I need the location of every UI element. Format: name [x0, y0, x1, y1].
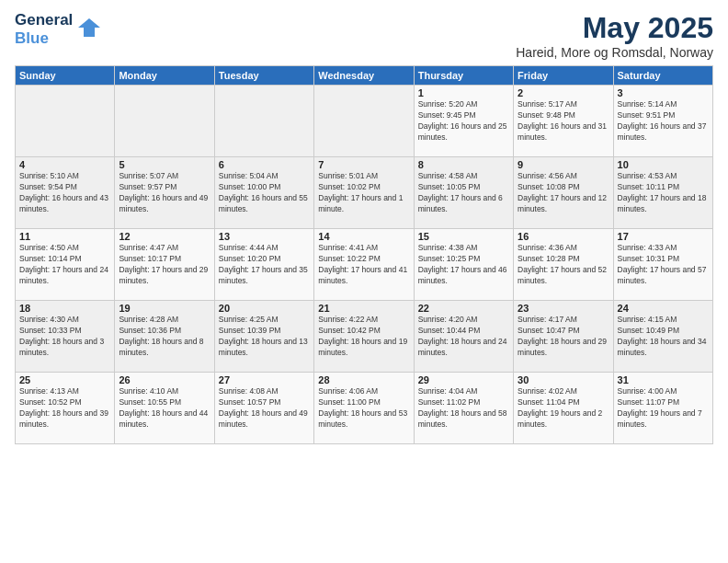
table-row: 21 Sunrise: 4:22 AM Sunset: 10:42 PM Day…	[314, 301, 414, 373]
svg-marker-0	[78, 18, 100, 37]
sunset: Sunset: 11:04 PM	[518, 397, 609, 408]
daylight: Daylight: 18 hours and 49 minutes.	[219, 408, 310, 431]
day-number: 14	[318, 231, 409, 242]
logo-blue: Blue	[15, 29, 73, 48]
day-number: 24	[618, 303, 709, 314]
table-row: 8 Sunrise: 4:58 AM Sunset: 10:05 PM Dayl…	[414, 157, 513, 229]
day-number: 23	[518, 303, 609, 314]
sunset: Sunset: 10:17 PM	[119, 254, 210, 265]
sunset: Sunset: 9:45 PM	[418, 110, 509, 121]
table-row: 10 Sunrise: 4:53 AM Sunset: 10:11 PM Day…	[613, 157, 712, 229]
day-info: Sunrise: 5:07 AM Sunset: 9:57 PM Dayligh…	[119, 171, 210, 215]
sunrise: Sunrise: 4:28 AM	[119, 315, 210, 326]
table-row	[16, 86, 115, 157]
day-info: Sunrise: 4:41 AM Sunset: 10:22 PM Daylig…	[318, 243, 409, 287]
sunrise: Sunrise: 5:04 AM	[219, 171, 310, 182]
daylight: Daylight: 17 hours and 46 minutes.	[418, 265, 509, 287]
day-number: 16	[518, 231, 609, 242]
day-number: 18	[19, 303, 110, 314]
sunrise: Sunrise: 4:08 AM	[219, 386, 310, 397]
sunrise: Sunrise: 4:20 AM	[418, 315, 509, 326]
daylight: Daylight: 16 hours and 55 minutes.	[219, 193, 310, 215]
daylight: Daylight: 16 hours and 31 minutes.	[518, 121, 609, 144]
day-number: 5	[119, 159, 210, 170]
day-info: Sunrise: 5:10 AM Sunset: 9:54 PM Dayligh…	[19, 171, 110, 215]
daylight: Daylight: 17 hours and 24 minutes.	[19, 265, 110, 287]
day-info: Sunrise: 4:56 AM Sunset: 10:08 PM Daylig…	[518, 171, 609, 215]
sunrise: Sunrise: 4:50 AM	[19, 243, 110, 254]
daylight: Daylight: 18 hours and 34 minutes.	[618, 337, 709, 359]
daylight: Daylight: 18 hours and 19 minutes.	[318, 337, 409, 359]
sunset: Sunset: 10:08 PM	[518, 182, 609, 193]
table-row: 31 Sunrise: 4:00 AM Sunset: 11:07 PM Day…	[613, 373, 712, 444]
sunrise: Sunrise: 4:10 AM	[119, 386, 210, 397]
sunrise: Sunrise: 4:02 AM	[518, 386, 609, 397]
day-info: Sunrise: 4:04 AM Sunset: 11:02 PM Daylig…	[418, 386, 509, 431]
day-number: 27	[219, 374, 310, 385]
table-row: 17 Sunrise: 4:33 AM Sunset: 10:31 PM Day…	[613, 229, 712, 301]
day-number: 13	[219, 231, 310, 242]
sunset: Sunset: 9:48 PM	[518, 110, 609, 121]
day-number: 17	[618, 231, 709, 242]
sunset: Sunset: 9:51 PM	[618, 110, 709, 121]
day-number: 7	[318, 159, 409, 170]
day-number: 19	[119, 303, 210, 314]
sunset: Sunset: 10:36 PM	[119, 326, 210, 337]
sunset: Sunset: 10:55 PM	[119, 397, 210, 408]
daylight: Daylight: 18 hours and 58 minutes.	[418, 408, 509, 431]
day-info: Sunrise: 4:50 AM Sunset: 10:14 PM Daylig…	[19, 243, 110, 287]
sunset: Sunset: 9:54 PM	[19, 182, 110, 193]
sunset: Sunset: 10:52 PM	[19, 397, 110, 408]
sunset: Sunset: 10:02 PM	[318, 182, 409, 193]
table-row: 4 Sunrise: 5:10 AM Sunset: 9:54 PM Dayli…	[16, 157, 115, 229]
sunrise: Sunrise: 5:14 AM	[618, 99, 709, 110]
sunset: Sunset: 10:57 PM	[219, 397, 310, 408]
sunrise: Sunrise: 4:30 AM	[19, 315, 110, 326]
day-info: Sunrise: 4:00 AM Sunset: 11:07 PM Daylig…	[618, 386, 709, 431]
sunrise: Sunrise: 4:41 AM	[318, 243, 409, 254]
calendar-week-row: 11 Sunrise: 4:50 AM Sunset: 10:14 PM Day…	[16, 229, 713, 301]
sunrise: Sunrise: 5:07 AM	[119, 171, 210, 182]
day-info: Sunrise: 4:10 AM Sunset: 10:55 PM Daylig…	[119, 386, 210, 431]
sunset: Sunset: 9:57 PM	[119, 182, 210, 193]
sunrise: Sunrise: 4:47 AM	[119, 243, 210, 254]
table-row: 23 Sunrise: 4:17 AM Sunset: 10:47 PM Day…	[514, 301, 613, 373]
day-number: 20	[219, 303, 310, 314]
daylight: Daylight: 18 hours and 13 minutes.	[219, 337, 310, 359]
table-row: 3 Sunrise: 5:14 AM Sunset: 9:51 PM Dayli…	[613, 86, 712, 157]
sunset: Sunset: 10:44 PM	[418, 326, 509, 337]
col-saturday: Saturday	[613, 66, 712, 86]
day-number: 25	[19, 374, 110, 385]
table-row: 11 Sunrise: 4:50 AM Sunset: 10:14 PM Day…	[16, 229, 115, 301]
day-info: Sunrise: 4:33 AM Sunset: 10:31 PM Daylig…	[618, 243, 709, 287]
day-info: Sunrise: 5:17 AM Sunset: 9:48 PM Dayligh…	[518, 99, 609, 144]
day-info: Sunrise: 4:38 AM Sunset: 10:25 PM Daylig…	[418, 243, 509, 287]
sunrise: Sunrise: 4:17 AM	[518, 315, 609, 326]
table-row: 5 Sunrise: 5:07 AM Sunset: 9:57 PM Dayli…	[115, 157, 214, 229]
sunset: Sunset: 10:22 PM	[318, 254, 409, 265]
logo-bird-icon	[76, 15, 102, 44]
table-row: 6 Sunrise: 5:04 AM Sunset: 10:00 PM Dayl…	[214, 157, 313, 229]
table-row: 12 Sunrise: 4:47 AM Sunset: 10:17 PM Day…	[115, 229, 214, 301]
table-row: 29 Sunrise: 4:04 AM Sunset: 11:02 PM Day…	[414, 373, 513, 444]
sunset: Sunset: 10:39 PM	[219, 326, 310, 337]
table-row: 30 Sunrise: 4:02 AM Sunset: 11:04 PM Day…	[514, 373, 613, 444]
daylight: Daylight: 17 hours and 41 minutes.	[318, 265, 409, 287]
daylight: Daylight: 18 hours and 3 minutes.	[19, 337, 110, 359]
day-info: Sunrise: 4:17 AM Sunset: 10:47 PM Daylig…	[518, 315, 609, 359]
table-row: 22 Sunrise: 4:20 AM Sunset: 10:44 PM Day…	[414, 301, 513, 373]
table-row: 7 Sunrise: 5:01 AM Sunset: 10:02 PM Dayl…	[314, 157, 414, 229]
table-row: 1 Sunrise: 5:20 AM Sunset: 9:45 PM Dayli…	[414, 86, 513, 157]
day-info: Sunrise: 4:28 AM Sunset: 10:36 PM Daylig…	[119, 315, 210, 359]
sunset: Sunset: 10:20 PM	[219, 254, 310, 265]
sunrise: Sunrise: 4:38 AM	[418, 243, 509, 254]
sunset: Sunset: 10:47 PM	[518, 326, 609, 337]
daylight: Daylight: 17 hours and 6 minutes.	[418, 193, 509, 215]
table-row: 25 Sunrise: 4:13 AM Sunset: 10:52 PM Day…	[16, 373, 115, 444]
day-number: 11	[19, 231, 110, 242]
day-info: Sunrise: 5:04 AM Sunset: 10:00 PM Daylig…	[219, 171, 310, 215]
sunrise: Sunrise: 4:53 AM	[618, 171, 709, 182]
daylight: Daylight: 18 hours and 8 minutes.	[119, 337, 210, 359]
day-info: Sunrise: 4:53 AM Sunset: 10:11 PM Daylig…	[618, 171, 709, 215]
day-info: Sunrise: 4:36 AM Sunset: 10:28 PM Daylig…	[518, 243, 609, 287]
